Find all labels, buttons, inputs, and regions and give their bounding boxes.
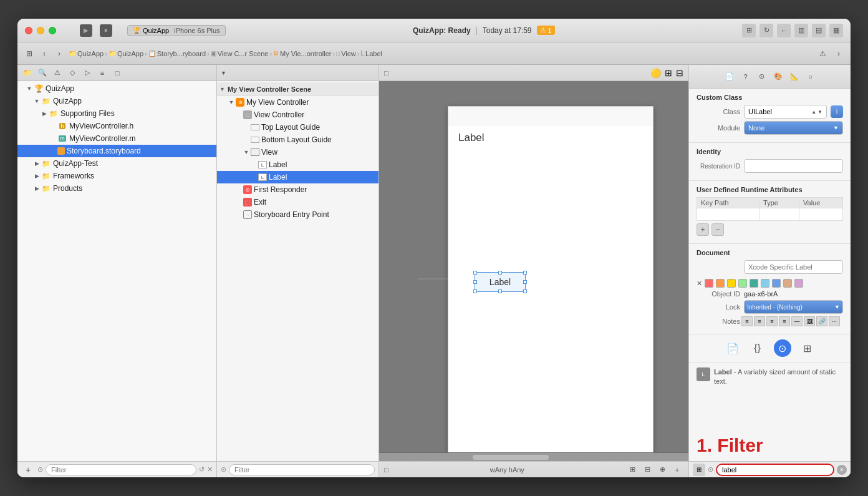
nav-item-mvc[interactable]: ⚙ My View Controller — [217, 96, 379, 109]
handle-bl[interactable] — [473, 289, 477, 293]
handle-tr[interactable] — [523, 271, 527, 275]
scene-header-mvc[interactable]: ▼ My View Controller Scene — [217, 82, 379, 96]
sidebar-item-frameworks[interactable]: Frameworks — [17, 170, 216, 182]
grid-view-btn[interactable]: ⊞ — [22, 47, 36, 61]
selected-label-element[interactable]: Label — [475, 272, 526, 292]
close-button[interactable] — [25, 27, 32, 34]
nav-item-exit[interactable]: ⬚ Exit — [217, 196, 379, 208]
module-dropdown[interactable]: None ▼ — [744, 121, 843, 135]
remove-attr-btn[interactable]: − — [711, 223, 724, 236]
color-purple[interactable] — [794, 279, 803, 288]
canvas-scrollbar[interactable] — [379, 452, 688, 461]
size-btn-4[interactable]: + — [671, 464, 683, 476]
sidebar-item-storyboard[interactable]: Storyboard.storyboard — [17, 145, 216, 157]
warn-icon-btn[interactable]: ⚠ — [51, 67, 64, 79]
color-tan[interactable] — [783, 279, 792, 288]
report-icon-btn[interactable]: □ — [111, 67, 123, 79]
inspector-icon-file[interactable]: 📄 — [724, 339, 741, 357]
notes-image[interactable]: 🖼 — [804, 316, 815, 326]
layout2-icon-btn[interactable]: ▤ — [812, 24, 826, 37]
add-file-btn[interactable]: + — [21, 463, 35, 477]
nav-item-first-responder[interactable]: ⊕ First Responder — [217, 183, 379, 196]
grid-icon-btn[interactable]: ⊞ — [742, 24, 756, 37]
sidebar-item-mvc-m[interactable]: MyViewController.m — [17, 132, 216, 145]
notes-align-right[interactable]: ≡ — [766, 316, 778, 326]
size-btn-2[interactable]: ⊟ — [641, 464, 653, 476]
add-attr-btn[interactable]: + — [697, 223, 709, 236]
canvas-view-icon[interactable]: □ — [384, 466, 388, 474]
inspector-tab-connections[interactable]: ○ — [804, 70, 817, 84]
color-red[interactable] — [705, 279, 713, 288]
color-orange[interactable] — [716, 279, 725, 288]
nav-item-bottom-layout[interactable]: Bottom Layout Guide — [217, 134, 379, 146]
nav-item-entry-point[interactable]: → Storyboard Entry Point — [217, 208, 379, 221]
inspector-tab-size[interactable]: 📐 — [788, 70, 801, 84]
layout1-icon-btn[interactable]: ▥ — [794, 24, 808, 37]
nav-item-top-layout[interactable]: Top Layout Guide — [217, 121, 379, 134]
handle-br[interactable] — [523, 289, 527, 293]
canvas-toolbar-table[interactable]: ⊟ — [676, 68, 683, 78]
sidebar-item-mvc-h[interactable]: MyViewController.h — [17, 120, 216, 132]
sidebar-item-quizapp-root[interactable]: 🏆 QuizApp — [17, 82, 216, 95]
breadcrumb-item-storyboard[interactable]: 📋 Storyb...ryboard — [148, 50, 206, 57]
inspector-tab-identity[interactable]: ⊙ — [755, 70, 769, 84]
handle-ml[interactable] — [473, 280, 477, 284]
color-green[interactable] — [750, 279, 758, 288]
breadcrumb-item-quizapp2[interactable]: 📁 QuizApp — [109, 50, 143, 57]
debug-icon-btn[interactable]: ▷ — [81, 67, 94, 79]
canvas-toolbar-yellow[interactable]: 🟡 — [650, 68, 661, 78]
size-btn-3[interactable]: ⊕ — [656, 464, 668, 476]
size-btn-1[interactable]: ⊞ — [626, 464, 639, 476]
inspector-icon-grid[interactable]: ⊞ — [799, 339, 816, 357]
canvas-toolbar-grid[interactable]: ⊞ — [665, 68, 672, 78]
handle-tm[interactable] — [498, 271, 502, 275]
class-dropdown[interactable]: UILabel ▲ ▼ — [744, 105, 827, 119]
sidebar-item-products[interactable]: Products — [17, 182, 216, 195]
back-btn[interactable]: ‹ — [37, 47, 51, 61]
back-icon-btn[interactable]: ← — [777, 24, 791, 37]
stop-button[interactable]: ■ — [100, 24, 112, 37]
warning-badge[interactable]: ⚠ 1 — [537, 26, 555, 35]
run-button[interactable] — [80, 24, 92, 37]
breadcrumb-item-scene[interactable]: ▣ View C...r Scene — [211, 50, 269, 57]
notes-align-justify[interactable]: ≡ — [779, 316, 790, 326]
nav-filter-input[interactable] — [229, 464, 375, 475]
handle-mr[interactable] — [523, 280, 527, 284]
scheme-selector[interactable]: 🏆 QuizApp iPhone 6s Plus — [127, 25, 226, 36]
class-info-btn[interactable]: i — [831, 105, 843, 118]
test-icon-btn[interactable]: ◇ — [66, 67, 79, 79]
nav-item-label1[interactable]: L Label — [217, 158, 379, 171]
color-yellow[interactable] — [727, 279, 736, 288]
handle-bm[interactable] — [498, 289, 502, 293]
lock-dropdown[interactable]: Inherited - (Nothing) ▼ — [744, 300, 843, 314]
notes-link[interactable]: 🔗 — [816, 316, 827, 326]
search-icon-btn[interactable]: 🔍 — [36, 67, 49, 79]
canvas[interactable]: Label Label — [379, 81, 688, 452]
refresh-icon-btn[interactable]: ↻ — [760, 24, 773, 37]
inspector-tab-attributes[interactable]: 🎨 — [771, 70, 785, 84]
sidebar-item-quizapp-test[interactable]: QuizApp-Test — [17, 157, 216, 170]
sidebar-item-quizapp-group[interactable]: QuizApp — [17, 95, 216, 107]
source-icon-btn[interactable]: ≡ — [96, 67, 109, 79]
color-blue[interactable] — [772, 279, 781, 288]
warn-btn[interactable]: ⚠ — [816, 47, 829, 61]
nav-forward-btn[interactable]: › — [832, 47, 846, 61]
filter-grid-btn[interactable]: ⊞ — [693, 464, 705, 476]
forward-btn[interactable]: › — [52, 47, 66, 61]
maximize-button[interactable] — [49, 27, 56, 34]
inspector-filter-input[interactable] — [716, 464, 834, 476]
color-lightblue[interactable] — [761, 279, 769, 288]
sidebar-item-supporting[interactable]: Supporting Files — [17, 107, 216, 120]
inspector-tab-file[interactable]: 📄 — [723, 70, 736, 84]
nav-item-label2[interactable]: L Label — [217, 171, 379, 183]
inspector-tab-quick[interactable]: ? — [739, 70, 753, 84]
doc-label-input[interactable] — [744, 260, 843, 274]
inspector-icon-code[interactable]: {} — [749, 339, 766, 357]
nav-item-vc[interactable]: □ View Controller — [217, 109, 379, 121]
notes-dash[interactable]: — — [791, 316, 803, 326]
color-lightgreen[interactable] — [738, 279, 747, 288]
handle-tl[interactable] — [473, 271, 477, 275]
breadcrumb-item-view[interactable]: □ View — [336, 50, 356, 57]
color-x-icon[interactable]: ✕ — [697, 280, 702, 288]
minimize-button[interactable] — [37, 27, 44, 34]
